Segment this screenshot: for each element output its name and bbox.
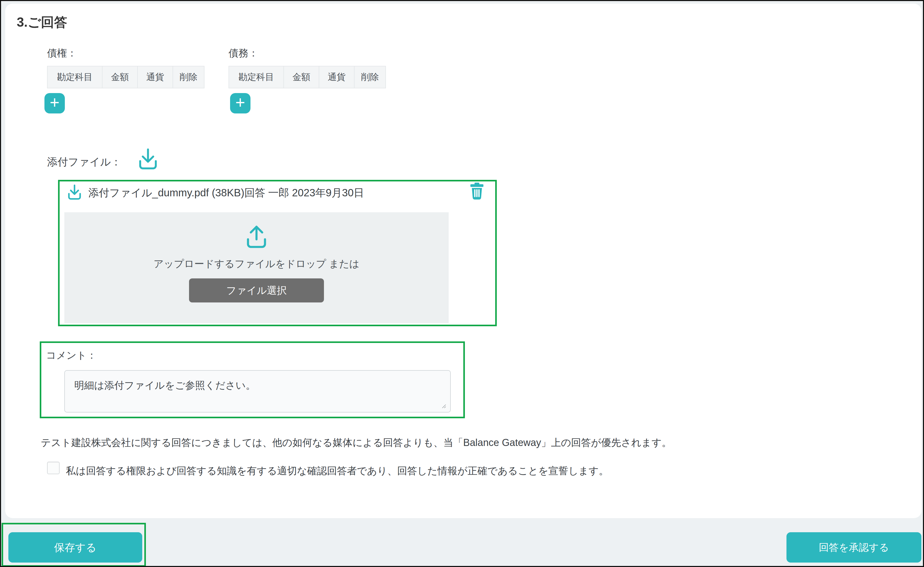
claims-add-row-button[interactable]: + <box>45 93 65 114</box>
debts-header-delete: 削除 <box>354 66 386 88</box>
file-download-icon[interactable] <box>66 183 83 201</box>
file-select-button[interactable]: ファイル選択 <box>189 278 324 303</box>
debts-header-account: 勘定科目 <box>229 66 284 88</box>
comment-textarea[interactable]: 明細は添付ファイルをご参照ください。 <box>64 370 451 412</box>
debts-table: 勘定科目 金額 通貨 削除 <box>228 66 386 88</box>
section-title: 3.ご回答 <box>17 14 67 31</box>
file-delete-trash-icon[interactable] <box>468 181 486 202</box>
debts-header-currency: 通貨 <box>319 66 354 88</box>
dropzone-prompt: アップロードするファイルをドロップ または <box>153 257 359 270</box>
attachments-label: 添付ファイル： <box>47 155 122 169</box>
file-entry-text: 添付ファイル_dummy.pdf (38KB)回答 一郎 2023年9月30日 <box>88 186 364 200</box>
claims-header-delete: 削除 <box>173 66 204 88</box>
file-dropzone[interactable]: アップロードするファイルをドロップ または ファイル選択 <box>64 212 448 323</box>
debts-header-amount: 金額 <box>284 66 319 88</box>
debts-add-row-button[interactable]: + <box>230 93 250 114</box>
claims-header-amount: 金額 <box>102 66 138 88</box>
save-button[interactable]: 保存する <box>8 532 142 562</box>
approve-response-button[interactable]: 回答を承認する <box>786 532 921 562</box>
download-all-icon[interactable] <box>136 146 160 171</box>
comment-label: コメント： <box>46 349 97 362</box>
claims-table-label: 債権： <box>47 46 77 60</box>
debts-table-label: 債務： <box>228 46 258 60</box>
textarea-resize-grip-icon[interactable] <box>440 402 447 409</box>
declaration-text: 私は回答する権限および回答する知識を有する適切な確認回答者であり、回答した情報が… <box>66 464 609 478</box>
priority-notice-text: テスト建設株式会社に関する回答につきましては、他の如何なる媒体による回答よりも、… <box>41 436 672 449</box>
claims-table: 勘定科目 金額 通貨 削除 <box>47 66 204 88</box>
response-form-screen: 3.ご回答 債権： 勘定科目 金額 通貨 削除 + 債務： 勘定科目 金額 通貨… <box>0 0 924 567</box>
declaration-checkbox[interactable] <box>47 462 60 474</box>
claims-header-account: 勘定科目 <box>48 66 102 88</box>
upload-icon <box>243 223 270 250</box>
claims-header-currency: 通貨 <box>138 66 173 88</box>
